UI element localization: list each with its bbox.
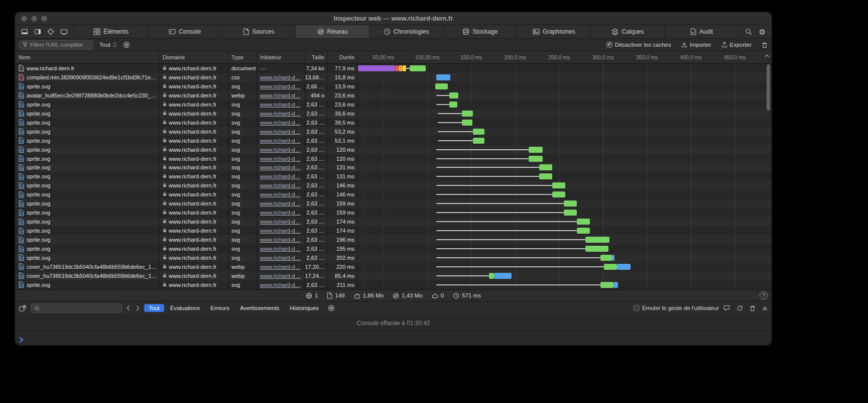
console-tab-logs[interactable]: Historiques — [285, 304, 323, 312]
resource-initiator[interactable]: www.richard-d… — [260, 255, 301, 261]
console-tab-warnings[interactable]: Avertissements — [235, 304, 284, 312]
table-row[interactable]: sprite.svg www.richard-dern.fr svg www.r… — [15, 82, 772, 91]
clear-console-icon[interactable] — [750, 305, 756, 312]
resource-type-dropdown[interactable]: Tout — [99, 42, 117, 48]
next-result-icon[interactable] — [136, 306, 140, 311]
table-row[interactable]: avatar_hu85ecc3e298728880b0bde2dcc4e5c23… — [15, 91, 772, 100]
tab-elements[interactable]: Éléments — [74, 25, 148, 38]
filter-options-icon[interactable] — [123, 41, 130, 48]
resource-initiator[interactable]: www.richard-d… — [260, 246, 301, 252]
resource-initiator[interactable]: www.richard-d… — [260, 164, 301, 170]
column-header-type[interactable]: Type — [228, 51, 257, 63]
table-row[interactable]: sprite.svg www.richard-dern.fr svg www.r… — [15, 118, 772, 127]
tab-timelines[interactable]: Chronologies — [369, 25, 443, 38]
table-row[interactable]: sprite.svg www.richard-dern.fr svg www.r… — [15, 127, 772, 136]
import-button[interactable]: Importer — [681, 42, 711, 48]
emulate-user-gesture-checkbox[interactable] — [634, 305, 640, 311]
column-header-size[interactable]: Taille — [305, 51, 328, 63]
reload-icon[interactable] — [736, 305, 743, 312]
resource-initiator[interactable]: www.richard-d… — [260, 191, 301, 197]
column-header-duration[interactable]: Durée — [328, 51, 358, 63]
console-filter-options-icon[interactable] — [328, 305, 335, 312]
disable-caches-checkbox[interactable] — [606, 42, 612, 48]
column-header-domain[interactable]: Domaine — [160, 51, 228, 63]
resource-initiator[interactable]: www.richard-d… — [260, 129, 301, 135]
table-row[interactable]: sprite.svg www.richard-dern.fr svg www.r… — [15, 253, 772, 262]
console-messages-icon[interactable] — [723, 305, 730, 311]
expand-console-icon[interactable] — [762, 305, 768, 311]
console-tab-errors[interactable]: Erreurs — [206, 304, 234, 312]
resource-initiator[interactable]: www.richard-d… — [260, 102, 301, 108]
table-row[interactable]: sprite.svg www.richard-dern.fr svg www.r… — [15, 172, 772, 181]
resource-initiator[interactable]: www.richard-d… — [260, 156, 301, 162]
table-row[interactable]: sprite.svg www.richard-dern.fr svg www.r… — [15, 181, 772, 190]
table-row[interactable]: compiled.min.38390909f303624ed9e1cf1bd3f… — [15, 73, 772, 82]
table-row[interactable]: sprite.svg www.richard-dern.fr svg www.r… — [15, 235, 772, 244]
resource-initiator[interactable]: www.richard-d… — [260, 111, 301, 117]
disable-caches-toggle[interactable]: Désactiver les caches — [606, 42, 671, 48]
table-row[interactable]: sprite.svg www.richard-dern.fr svg www.r… — [15, 190, 772, 199]
tab-storage[interactable]: Stockage — [443, 25, 517, 38]
table-row[interactable]: sprite.svg www.richard-dern.fr svg www.r… — [15, 280, 772, 289]
tab-console[interactable]: Console — [148, 25, 222, 38]
table-row[interactable]: cover_hu736519dc3b5040cfa48b6b559b6de6ec… — [15, 271, 772, 280]
table-row[interactable]: sprite.svg www.richard-dern.fr svg www.r… — [15, 226, 772, 235]
resource-initiator[interactable]: www.richard-d… — [260, 264, 301, 270]
table-row[interactable]: cover_hu736519dc3b5040cfa48b6b559b6de6ec… — [15, 262, 772, 271]
resource-initiator[interactable]: www.richard-d… — [260, 228, 301, 234]
tab-network[interactable]: Réseau — [296, 25, 369, 38]
console-tab-all[interactable]: Tout — [144, 304, 164, 312]
table-row[interactable]: www.richard-dern.fr www.richard-dern.fr … — [15, 64, 772, 73]
settings-gear-icon[interactable]: ⚙ — [759, 28, 766, 36]
minimize-window-button[interactable] — [31, 16, 37, 22]
vertical-scrollbar-thumb[interactable] — [767, 64, 770, 111]
table-row[interactable]: sprite.svg www.richard-dern.fr svg www.r… — [15, 136, 772, 145]
resource-initiator[interactable]: www.richard-d… — [260, 182, 301, 188]
resource-initiator[interactable]: www.richard-d… — [260, 219, 301, 225]
table-row[interactable]: sprite.svg www.richard-dern.fr svg www.r… — [15, 208, 772, 217]
previous-result-icon[interactable] — [127, 306, 130, 311]
table-row[interactable]: sprite.svg www.richard-dern.fr svg www.r… — [15, 244, 772, 253]
tab-layers[interactable]: Calques — [591, 25, 665, 38]
resource-initiator[interactable]: www.richard-d… — [260, 120, 301, 126]
tab-audit[interactable]: Audit — [665, 25, 739, 38]
column-header-name[interactable]: Nom — [15, 51, 160, 63]
zoom-window-button[interactable] — [41, 16, 47, 22]
scroll-up-icon[interactable] — [765, 54, 770, 58]
tab-sources[interactable]: Sources — [222, 25, 296, 38]
resource-initiator[interactable]: www.richard-d… — [260, 237, 301, 243]
export-button[interactable]: Exporter — [721, 42, 752, 48]
show-console-tab-icon[interactable] — [19, 305, 26, 312]
emulate-user-gesture-toggle[interactable]: Émuler le geste de l'utilisateur — [634, 305, 719, 311]
resource-initiator[interactable]: www.richard-d… — [260, 147, 301, 153]
table-row[interactable]: sprite.svg www.richard-dern.fr svg www.r… — [15, 100, 772, 109]
table-row[interactable]: sprite.svg www.richard-dern.fr svg www.r… — [15, 163, 772, 172]
url-filter-input[interactable]: Filtrer l'URL complète — [19, 40, 93, 50]
resource-initiator[interactable]: www.richard-d… — [260, 138, 301, 144]
resource-initiator[interactable]: www.richard-d… — [260, 83, 301, 89]
console-search-input[interactable] — [31, 304, 122, 313]
dock-bottom-icon[interactable] — [21, 28, 28, 35]
resource-initiator[interactable]: www.richard-d… — [260, 273, 301, 279]
help-icon[interactable]: ? — [760, 291, 768, 299]
table-row[interactable]: sprite.svg www.richard-dern.fr svg www.r… — [15, 154, 772, 163]
resource-initiator[interactable]: www.richard-d… — [260, 282, 301, 288]
resource-initiator[interactable]: www.richard-d… — [260, 200, 301, 207]
tab-graphics[interactable]: Graphismes — [517, 25, 591, 38]
dock-right-icon[interactable] — [34, 28, 41, 35]
inspect-element-icon[interactable] — [47, 28, 54, 35]
column-header-initiator[interactable]: Initiateur — [257, 51, 305, 63]
console-prompt[interactable] — [15, 333, 772, 345]
table-row[interactable]: sprite.svg www.richard-dern.fr svg www.r… — [15, 145, 772, 154]
resource-initiator[interactable]: www.richard-d… — [260, 173, 301, 179]
resource-initiator[interactable]: www.richard-d… — [260, 74, 301, 80]
resource-initiator[interactable]: www.richard-d… — [260, 92, 301, 98]
search-icon[interactable] — [745, 28, 752, 35]
table-row[interactable]: sprite.svg www.richard-dern.fr svg www.r… — [15, 217, 772, 226]
table-row[interactable]: sprite.svg www.richard-dern.fr svg www.r… — [15, 109, 772, 118]
close-window-button[interactable] — [21, 16, 27, 22]
resource-initiator[interactable]: www.richard-d… — [260, 210, 301, 216]
console-tab-evaluations[interactable]: Évaluations — [166, 304, 204, 312]
table-row[interactable]: sprite.svg www.richard-dern.fr svg www.r… — [15, 199, 772, 208]
device-preview-icon[interactable] — [60, 28, 68, 35]
